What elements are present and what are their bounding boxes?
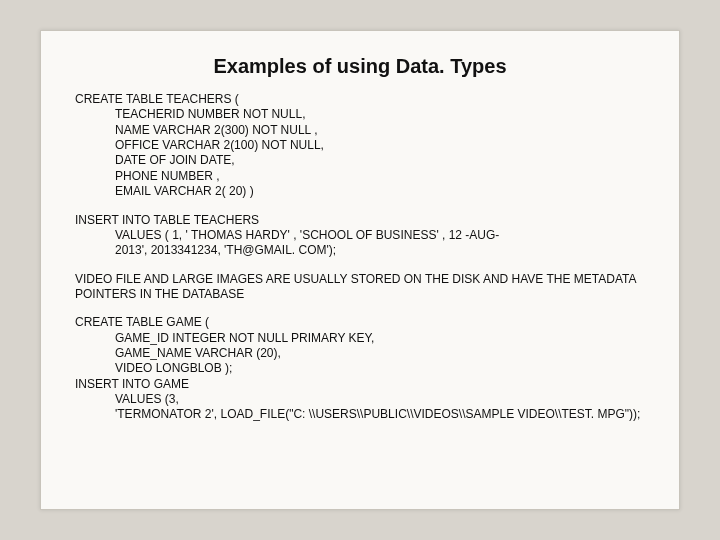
code-line: INSERT INTO TABLE TEACHERS <box>75 213 259 227</box>
code-line: INSERT INTO GAME <box>75 377 189 391</box>
code-block-create-teachers: CREATE TABLE TEACHERS ( TEACHERID NUMBER… <box>75 92 645 200</box>
code-block-insert-teachers: INSERT INTO TABLE TEACHERS VALUES ( 1, '… <box>75 213 645 259</box>
code-line: EMAIL VARCHAR 2( 20) ) <box>75 184 645 199</box>
code-line: TEACHERID NUMBER NOT NULL, <box>75 107 645 122</box>
note-text: VIDEO FILE AND LARGE IMAGES ARE USUALLY … <box>75 272 636 301</box>
code-line: VALUES (3, <box>75 392 645 407</box>
code-line: NAME VARCHAR 2(300) NOT NULL , <box>75 123 645 138</box>
slide: Examples of using Data. Types CREATE TAB… <box>40 30 680 510</box>
code-line: 'TERMONATOR 2', LOAD_FILE("C: \\USERS\\P… <box>75 407 645 422</box>
code-line: CREATE TABLE GAME ( <box>75 315 209 329</box>
slide-title: Examples of using Data. Types <box>75 55 645 78</box>
note-paragraph: VIDEO FILE AND LARGE IMAGES ARE USUALLY … <box>75 272 645 303</box>
code-line: CREATE TABLE TEACHERS ( <box>75 92 239 106</box>
code-line: GAME_NAME VARCHAR (20), <box>75 346 645 361</box>
code-line: DATE OF JOIN DATE, <box>75 153 645 168</box>
code-line: 2013', 2013341234, 'TH@GMAIL. COM'); <box>75 243 645 258</box>
code-line: OFFICE VARCHAR 2(100) NOT NULL, <box>75 138 645 153</box>
code-line: VALUES ( 1, ' THOMAS HARDY' , 'SCHOOL OF… <box>75 228 645 243</box>
code-line: PHONE NUMBER , <box>75 169 645 184</box>
code-line: GAME_ID INTEGER NOT NULL PRIMARY KEY, <box>75 331 645 346</box>
code-line: VIDEO LONGBLOB ); <box>75 361 645 376</box>
code-block-game: CREATE TABLE GAME ( GAME_ID INTEGER NOT … <box>75 315 645 423</box>
